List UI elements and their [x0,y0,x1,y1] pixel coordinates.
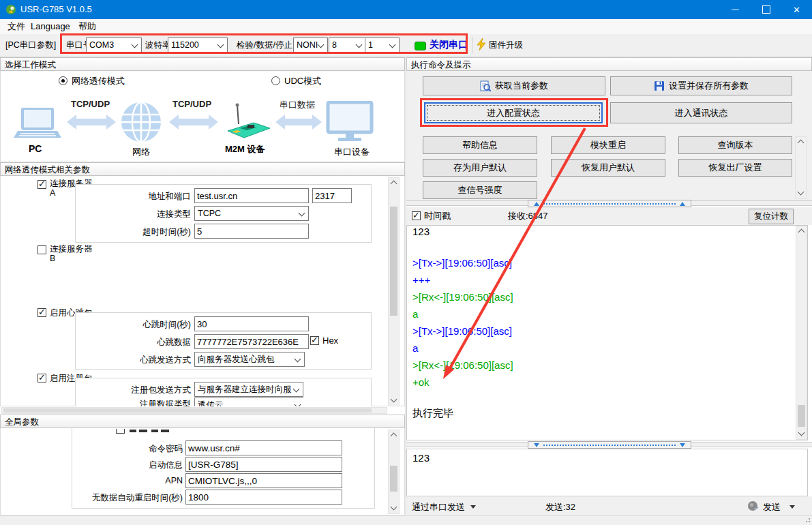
upper-splitter[interactable] [406,200,812,206]
splitter-handle[interactable] [528,200,691,207]
link3-label: 串口数据 [280,99,315,111]
reset-count-button[interactable]: 复位计数 [749,209,794,224]
splitter-handle[interactable] [528,441,691,449]
query-signal-button[interactable]: 查信号强度 [423,181,537,199]
reg-mode-select[interactable]: 与服务器建立连接时向服 [194,382,303,397]
query-version-button[interactable]: 查询版本 [678,136,792,154]
timeout-input[interactable] [194,224,309,239]
collapse-down-icon[interactable] [534,443,539,447]
timestamp-checkbox[interactable] [412,211,421,220]
minimize-button[interactable] [720,0,751,19]
menu-language[interactable]: Language [27,20,74,33]
scrollbar-thumb[interactable] [390,207,397,316]
set-save-params-button[interactable]: 设置并保存所有参数 [610,76,792,95]
globe-icon [120,101,162,143]
scroll-down-arrow-icon[interactable] [389,503,399,513]
collapse-down-icon[interactable] [680,443,685,447]
net-params-scrollbar[interactable] [388,177,400,406]
scroll-down-arrow-icon[interactable] [389,395,399,406]
net-params-hscrollbar[interactable] [1,407,387,414]
enter-comm-button[interactable]: 进入通讯状态 [610,102,792,123]
server-b-checkbox[interactable] [37,245,46,254]
scroll-down-arrow-icon[interactable] [796,188,806,198]
hb-mode-label: 心跳发送方式 [78,355,191,366]
server-b-label2: B [50,254,55,263]
get-params-button[interactable]: 获取当前参数 [423,76,605,95]
arrow-m2m-serial [285,119,312,125]
maximize-button[interactable] [751,0,781,19]
scroll-up-arrow-icon[interactable] [796,137,806,147]
set-save-label: 设置并保存所有参数 [669,80,749,92]
dropdown-caret-icon[interactable] [470,505,476,509]
lower-splitter[interactable] [406,442,812,447]
send-dropdown-caret-icon[interactable] [790,505,795,509]
save-icon [654,80,665,91]
send-button[interactable]: 发送 [763,501,781,513]
auto-restart-input[interactable] [185,490,342,505]
hex-checkbox[interactable] [310,336,319,345]
hb-time-label: 心跳时间(秒) [78,319,191,331]
firmware-upgrade-button[interactable]: 固件升级 [489,40,523,51]
factory-reset-button[interactable]: 恢复出厂设置 [678,159,792,177]
log-line: +ok [412,374,791,391]
module-reboot-button[interactable]: 模块重启 [551,136,665,154]
apn-input[interactable] [185,473,342,488]
enter-config-button[interactable]: 进入配置状态 [424,102,603,123]
menu-help[interactable]: 帮助 [75,20,100,33]
search-doc-icon [480,80,491,91]
scroll-up-arrow-icon[interactable] [389,430,399,440]
scrollbar-thumb[interactable] [798,405,805,427]
send-via-serial-dropdown[interactable]: 通过串口发送 [412,501,465,513]
remote-port-input[interactable] [312,188,352,203]
port-select[interactable]: COM3 [86,38,142,52]
app-window: USR-G785 V1.0.5 ✕ 文件 Language 帮助 [PC串口参数… [0,0,812,525]
command-panel-scrollbar[interactable] [795,136,807,199]
resize-grip[interactable] [802,517,810,524]
monitor-icon [326,101,375,143]
scroll-up-arrow-icon[interactable] [389,178,399,188]
stopbits-select[interactable]: 1 [365,38,400,52]
log-done-line: 执行完毕 [412,404,791,421]
net-mode-radio[interactable] [59,76,67,85]
restore-user-default-button[interactable]: 恢复用户默认 [551,159,665,177]
hb-mode-select[interactable]: 向服务器发送心跳包 [194,352,305,367]
log-area[interactable]: 123 >[Tx->][19:06:50][asc] +++ >[Rx<-][1… [406,225,808,440]
hscrollbar-thumb[interactable] [3,408,372,412]
baud-select[interactable]: 115200 [168,38,228,52]
save-user-default-button[interactable]: 存为用户默认 [423,159,537,177]
menu-file[interactable]: 文件 [4,20,29,33]
close-button[interactable]: ✕ [781,0,812,19]
scroll-up-arrow-icon[interactable] [796,226,807,237]
log-scrollbar[interactable] [796,226,807,440]
link2-label: TCP/UDP [172,99,211,109]
log-line: 123 [412,223,791,240]
send-text-area[interactable]: 123 [406,449,808,496]
server-a-checkbox[interactable] [37,180,46,189]
command-panel-header: 执行命令及提示 [406,57,812,71]
address-input[interactable] [194,188,309,203]
close-serial-button[interactable]: 关闭串口 [430,39,468,51]
register-enable-checkbox[interactable] [37,374,46,382]
conn-type-label: 连接类型 [78,209,191,220]
hex-label: Hex [322,335,338,346]
boot-msg-input[interactable] [185,457,342,472]
cmd-password-input[interactable] [185,440,342,455]
hb-time-input[interactable] [194,316,309,331]
arrow-network-m2m [179,119,209,125]
parity-select[interactable]: NONI [293,38,328,52]
hb-data-input[interactable] [194,334,309,349]
udc-mode-label: UDC模式 [284,75,321,87]
global-scrollbar[interactable] [388,430,400,514]
scrollbar-thumb[interactable] [390,466,397,492]
collapse-up-icon[interactable] [534,202,539,206]
collapse-up-icon[interactable] [680,202,685,206]
udc-mode-radio[interactable] [271,76,280,85]
cmd-password-label: 命令密码 [41,443,183,455]
reg-type-select-clipped[interactable]: 透传云 [194,397,303,406]
databits-select[interactable]: 8 [329,38,366,52]
pc-label: PC [29,143,42,154]
help-info-button[interactable]: 帮助信息 [423,136,537,154]
conn-type-select[interactable]: TCPC [194,206,309,221]
scroll-down-arrow-icon[interactable] [796,429,807,439]
heartbeat-enable-checkbox[interactable] [37,308,46,317]
